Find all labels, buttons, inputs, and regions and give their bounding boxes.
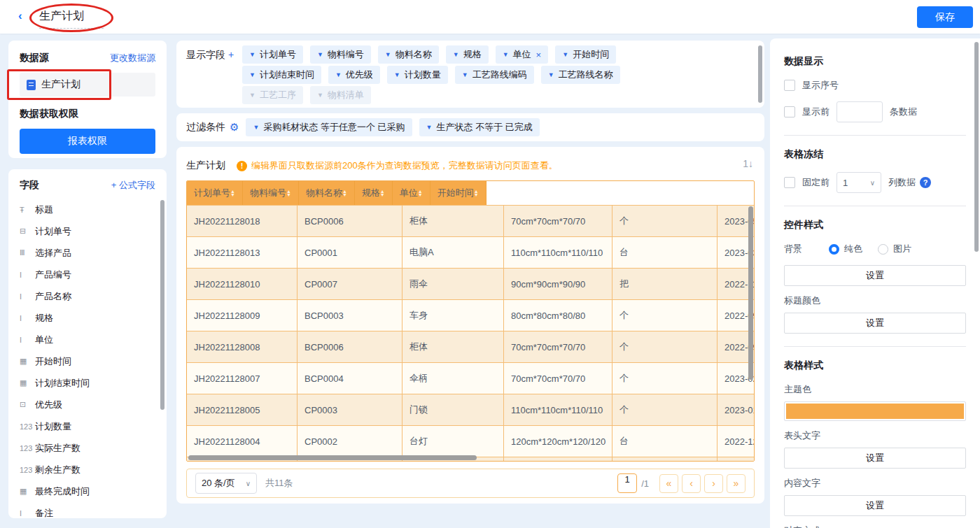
- field-list-item[interactable]: Ŧ 标题: [20, 199, 155, 220]
- display-field-tag-label: 工艺路线编码: [472, 69, 527, 81]
- show-index-checkbox[interactable]: [784, 80, 795, 91]
- display-field-tag-disabled: ▼ 物料清单: [310, 86, 371, 104]
- table-vertical-scrollbar[interactable]: [748, 206, 753, 380]
- chevron-down-icon[interactable]: ▼: [503, 51, 509, 58]
- display-field-tag[interactable]: ▼ 单位 ×: [496, 45, 549, 64]
- chevron-down-icon[interactable]: ▼: [562, 51, 568, 58]
- table-header-cell[interactable]: 物料编号 ▲▼: [243, 181, 299, 205]
- fields-scrollbar[interactable]: [160, 200, 164, 410]
- background-set-button[interactable]: 设置: [784, 265, 966, 286]
- table-header-cell[interactable]: 单位 ▲▼: [393, 181, 430, 205]
- table-row[interactable]: JH20221128005 CP0003 门锁 110cm*110cm*110/…: [187, 394, 755, 425]
- first-page-button[interactable]: «: [659, 474, 678, 493]
- formula-field-link[interactable]: + 公式字段: [111, 179, 155, 192]
- field-list-item[interactable]: I 产品编号: [20, 264, 155, 285]
- display-field-tag[interactable]: ▼ 物料名称: [378, 45, 439, 64]
- chevron-down-icon[interactable]: ▼: [453, 51, 459, 58]
- filter-tag[interactable]: ▼ 生产状态 不等于 已完成: [419, 118, 540, 136]
- freeze-checkbox[interactable]: [784, 177, 795, 188]
- table-row[interactable]: JH20221128009 BCP0003 车身 80cm*80cm*80/80…: [187, 299, 755, 331]
- page-number-input[interactable]: 1: [617, 473, 637, 493]
- settings-scrollbar[interactable]: [974, 42, 979, 252]
- header-text-set-button[interactable]: 设置: [784, 448, 966, 469]
- display-field-tag[interactable]: ▼ 计划数量: [387, 66, 448, 84]
- table-horizontal-scrollbar[interactable]: [188, 455, 477, 460]
- display-field-tag[interactable]: ▼ 物料编号: [310, 45, 371, 64]
- field-list-item[interactable]: I 备注: [20, 502, 155, 518]
- field-list-item[interactable]: 123 实际生产数: [20, 437, 155, 459]
- table-header-cell[interactable]: 计划单号 ▲▼: [187, 181, 243, 205]
- display-field-tag[interactable]: ▼ 计划结束时间: [242, 66, 321, 84]
- display-field-tag[interactable]: ▼ 工艺路线名称: [541, 66, 620, 84]
- freeze-count-select[interactable]: 1 ∨: [836, 172, 881, 193]
- page-size-select[interactable]: 20 条/页 ∨: [195, 473, 257, 494]
- field-list-item[interactable]: ⊡ 优先级: [20, 394, 155, 415]
- sort-arrows-icon[interactable]: ▲▼: [230, 190, 235, 197]
- field-list-item[interactable]: I 产品名称: [20, 285, 155, 307]
- chevron-down-icon[interactable]: ▼: [462, 71, 468, 78]
- field-list-item[interactable]: I 单位: [20, 329, 155, 350]
- report-permission-button[interactable]: 报表权限: [20, 129, 155, 154]
- add-field-icon[interactable]: +: [225, 49, 234, 60]
- sort-arrows-icon[interactable]: ▲▼: [418, 190, 423, 197]
- close-icon[interactable]: ×: [536, 50, 542, 60]
- chevron-down-icon[interactable]: ▼: [335, 71, 342, 78]
- radio-solid-color[interactable]: 纯色: [829, 243, 862, 255]
- sort-arrows-icon[interactable]: ▲▼: [342, 190, 347, 197]
- field-list-item[interactable]: 123 剩余生产数: [20, 459, 155, 480]
- display-field-tag[interactable]: ▼ 规格: [446, 45, 489, 64]
- show-first-count-input[interactable]: [836, 101, 883, 122]
- table-row[interactable]: JH20221128008 BCP0006 柜体 70cm*70cm*70/70…: [187, 331, 755, 362]
- sort-arrows-icon[interactable]: ▲▼: [474, 190, 479, 197]
- chevron-down-icon[interactable]: ▼: [548, 71, 554, 78]
- content-text-set-button[interactable]: 设置: [784, 495, 966, 516]
- show-first-checkbox[interactable]: [784, 106, 795, 117]
- filter-tag[interactable]: ▼ 采购耗材状态 等于任意一个 已采购: [246, 118, 412, 136]
- field-list-item[interactable]: ▦ 开始时间: [20, 350, 155, 372]
- title-color-set-button[interactable]: 设置: [784, 313, 966, 334]
- table-row[interactable]: JH20221128007 BCP0004 伞柄 70cm*70cm*70/70…: [187, 362, 755, 394]
- last-page-button[interactable]: »: [727, 474, 746, 493]
- chevron-down-icon[interactable]: ▼: [317, 51, 323, 58]
- table-row[interactable]: JH20221128004 CP0002 台灯 120cm*120cm*120/…: [187, 425, 755, 457]
- change-datasource-link[interactable]: 更改数据源: [110, 52, 155, 64]
- next-page-button[interactable]: ›: [704, 474, 723, 493]
- sort-order-icon[interactable]: 1↓: [743, 158, 753, 169]
- chevron-down-icon[interactable]: ▼: [385, 51, 391, 58]
- display-field-tag[interactable]: ▼ 优先级: [328, 66, 380, 84]
- radio-image[interactable]: 图片: [878, 243, 911, 255]
- settings-panel: 数据显示 显示序号 显示前 条数据 表格冻结 固定前 1 ∨ 列数据 ? 控件样…: [770, 38, 980, 528]
- table-header-cell[interactable]: 物料名称 ▲▼: [299, 181, 355, 205]
- sort-arrows-icon[interactable]: ▲▼: [380, 190, 385, 197]
- field-list-item[interactable]: Ⅲ 选择产品: [20, 242, 155, 264]
- chevron-down-icon[interactable]: ▼: [394, 71, 400, 78]
- field-list-item[interactable]: ⊟ 计划单号: [20, 220, 155, 242]
- back-icon[interactable]: ‹: [18, 9, 22, 23]
- field-list-item[interactable]: 123 计划数量: [20, 415, 155, 437]
- table-row[interactable]: JH20221128013 CP0001 电脑A 110cm*110cm*110…: [187, 236, 755, 268]
- display-field-tag[interactable]: ▼ 计划单号: [242, 45, 303, 64]
- table-header-cell[interactable]: 开始时间 ▲▼: [430, 181, 486, 205]
- chevron-down-icon[interactable]: ▼: [249, 71, 255, 78]
- field-list-item[interactable]: ▦ 最终完成时间: [20, 480, 155, 502]
- chevron-down-icon[interactable]: ▼: [426, 124, 433, 131]
- table-row[interactable]: JH20221128010 CP0007 雨伞 90cm*90cm*90/90 …: [187, 268, 755, 299]
- theme-color-swatch[interactable]: [784, 401, 966, 421]
- table-header-cell[interactable]: 规格 ▲▼: [355, 181, 393, 205]
- background-label: 背景: [784, 243, 802, 255]
- divider: [784, 206, 966, 206]
- help-icon[interactable]: ?: [920, 177, 931, 188]
- gear-icon[interactable]: ⚙: [230, 121, 239, 134]
- field-list-item[interactable]: ▦ 计划结束时间: [20, 372, 155, 394]
- chevron-down-icon[interactable]: ▼: [249, 51, 255, 58]
- display-field-tag[interactable]: ▼ 开始时间: [555, 45, 616, 64]
- prev-page-button[interactable]: ‹: [682, 474, 701, 493]
- chevron-down-icon[interactable]: ▼: [253, 124, 259, 131]
- display-field-tag[interactable]: ▼ 工艺路线编码: [455, 66, 534, 84]
- save-button[interactable]: 保存: [917, 6, 973, 28]
- field-list-item[interactable]: I 规格: [20, 307, 155, 329]
- sort-arrows-icon[interactable]: ▲▼: [286, 190, 291, 197]
- display-fields-scrollbar[interactable]: [758, 45, 762, 103]
- freeze-prefix: 固定前: [802, 176, 830, 189]
- table-row[interactable]: JH20221128018 BCP0006 柜体 70cm*70cm*70/70…: [187, 205, 755, 236]
